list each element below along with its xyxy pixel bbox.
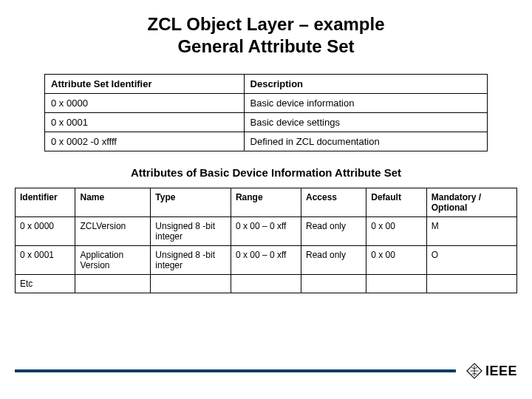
header-description: Description: [244, 75, 487, 94]
cell: Read only: [301, 217, 366, 246]
cell: [426, 275, 516, 293]
cell: 0 x 0000: [45, 94, 245, 113]
table-row: 0 x 0002 -0 xffff Defined in ZCL documen…: [45, 132, 488, 151]
attribute-set-table: Attribute Set Identifier Description 0 x…: [44, 74, 488, 151]
cell: Unsigned 8 -bit integer: [151, 217, 231, 246]
ieee-logo-text: IEEE: [485, 364, 517, 379]
header-identifier: Attribute Set Identifier: [45, 75, 245, 94]
cell: Basic device information: [244, 94, 487, 113]
title-line-1: ZCL Object Layer – example: [147, 14, 384, 34]
slide-title: ZCL Object Layer – example General Attri…: [15, 13, 517, 58]
slide-footer: IEEE: [15, 359, 517, 383]
subtitle: Attributes of Basic Device Information A…: [15, 166, 517, 179]
table-header-row: Identifier Name Type Range Access Defaul…: [16, 188, 517, 217]
cell: 0 x 00: [366, 246, 426, 275]
cell: [301, 275, 366, 293]
cell: Application Version: [75, 246, 151, 275]
cell: [151, 275, 231, 293]
cell: O: [426, 246, 516, 275]
header-mandatory: Mandatory / Optional: [426, 188, 516, 217]
cell: 0 x 0000: [16, 217, 75, 246]
table-header-row: Attribute Set Identifier Description: [45, 75, 488, 94]
cell: 0 x 00 – 0 xff: [231, 246, 301, 275]
cell: Etc: [16, 275, 75, 293]
header-access: Access: [301, 188, 366, 217]
table-row: 0 x 0001 Application Version Unsigned 8 …: [16, 246, 517, 275]
header-type: Type: [151, 188, 231, 217]
title-line-2: General Attribute Set: [177, 36, 354, 56]
header-identifier: Identifier: [16, 188, 75, 217]
cell: [231, 275, 301, 293]
attribute-set-table-wrap: Attribute Set Identifier Description 0 x…: [15, 74, 517, 151]
cell: Unsigned 8 -bit integer: [151, 246, 231, 275]
slide-content: ZCL Object Layer – example General Attri…: [0, 0, 532, 293]
table-row: 0 x 0000 ZCLVersion Unsigned 8 -bit inte…: [16, 217, 517, 246]
cell: Defined in ZCL documentation: [244, 132, 487, 151]
cell: M: [426, 217, 516, 246]
header-name: Name: [75, 188, 151, 217]
cell: ZCLVersion: [75, 217, 151, 246]
header-range: Range: [231, 188, 301, 217]
cell: 0 x 0001: [16, 246, 75, 275]
attributes-detail-table: Identifier Name Type Range Access Defaul…: [15, 188, 517, 293]
footer-divider: [15, 369, 456, 372]
table-row: Etc: [16, 275, 517, 293]
cell: Basic device settings: [244, 113, 487, 132]
table-row: 0 x 0000 Basic device information: [45, 94, 488, 113]
cell: 0 x 0001: [45, 113, 245, 132]
cell: Read only: [301, 246, 366, 275]
header-default: Default: [366, 188, 426, 217]
cell: [366, 275, 426, 293]
cell: 0 x 00 – 0 xff: [231, 217, 301, 246]
table-row: 0 x 0001 Basic device settings: [45, 113, 488, 132]
cell: [75, 275, 151, 293]
ieee-logo: IEEE: [466, 363, 517, 379]
ieee-diamond-icon: [466, 363, 482, 379]
cell: 0 x 00: [366, 217, 426, 246]
cell: 0 x 0002 -0 xffff: [45, 132, 245, 151]
